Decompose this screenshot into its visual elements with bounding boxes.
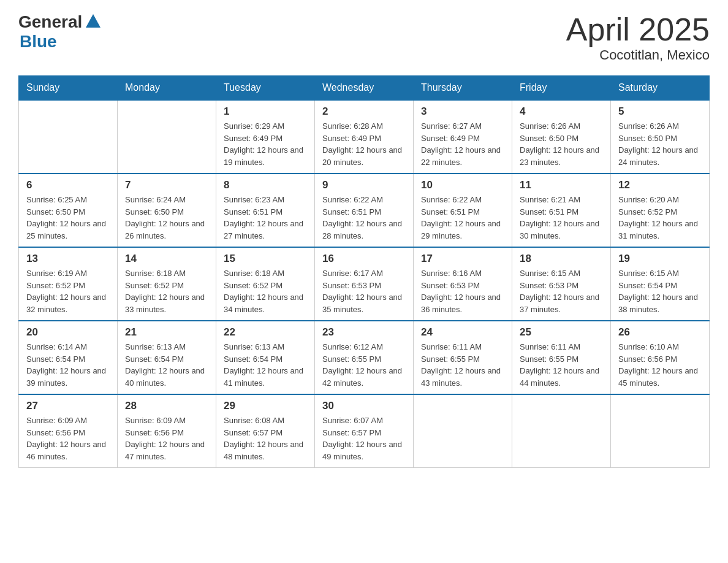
calendar-day-cell bbox=[414, 394, 512, 468]
day-number: 16 bbox=[322, 253, 406, 265]
calendar-week-row: 20Sunrise: 6:14 AMSunset: 6:54 PMDayligh… bbox=[19, 321, 710, 394]
calendar-day-cell: 6Sunrise: 6:25 AMSunset: 6:50 PMDaylight… bbox=[19, 174, 118, 247]
calendar-day-cell: 4Sunrise: 6:26 AMSunset: 6:50 PMDaylight… bbox=[512, 100, 611, 174]
day-sun-info: Sunrise: 6:15 AMSunset: 6:54 PMDaylight:… bbox=[618, 267, 702, 315]
day-number: 21 bbox=[125, 326, 208, 339]
day-number: 28 bbox=[125, 400, 208, 412]
title-area: April 2025 Cocotitlan, Mexico bbox=[566, 12, 710, 63]
day-number: 20 bbox=[26, 326, 110, 339]
day-number: 6 bbox=[26, 179, 110, 191]
day-sun-info: Sunrise: 6:26 AMSunset: 6:50 PMDaylight:… bbox=[520, 120, 603, 168]
day-number: 11 bbox=[520, 179, 603, 191]
day-number: 10 bbox=[421, 179, 504, 191]
day-sun-info: Sunrise: 6:27 AMSunset: 6:49 PMDaylight:… bbox=[421, 120, 504, 168]
calendar-day-cell: 2Sunrise: 6:28 AMSunset: 6:49 PMDaylight… bbox=[315, 100, 414, 174]
day-sun-info: Sunrise: 6:22 AMSunset: 6:51 PMDaylight:… bbox=[322, 194, 406, 242]
calendar-week-row: 6Sunrise: 6:25 AMSunset: 6:50 PMDaylight… bbox=[19, 174, 710, 247]
day-number: 8 bbox=[224, 179, 307, 191]
calendar-week-row: 1Sunrise: 6:29 AMSunset: 6:49 PMDaylight… bbox=[19, 100, 710, 174]
svg-marker-0 bbox=[86, 14, 100, 28]
day-number: 24 bbox=[421, 326, 504, 339]
day-sun-info: Sunrise: 6:20 AMSunset: 6:52 PMDaylight:… bbox=[618, 194, 702, 242]
day-sun-info: Sunrise: 6:11 AMSunset: 6:55 PMDaylight:… bbox=[421, 341, 504, 389]
calendar-day-cell bbox=[19, 100, 118, 174]
calendar-day-cell: 8Sunrise: 6:23 AMSunset: 6:51 PMDaylight… bbox=[216, 174, 315, 247]
day-sun-info: Sunrise: 6:13 AMSunset: 6:54 PMDaylight:… bbox=[224, 341, 307, 389]
calendar-day-cell: 12Sunrise: 6:20 AMSunset: 6:52 PMDayligh… bbox=[611, 174, 710, 247]
day-sun-info: Sunrise: 6:07 AMSunset: 6:57 PMDaylight:… bbox=[322, 415, 406, 462]
day-sun-info: Sunrise: 6:09 AMSunset: 6:56 PMDaylight:… bbox=[125, 415, 208, 462]
calendar-day-cell: 9Sunrise: 6:22 AMSunset: 6:51 PMDaylight… bbox=[315, 174, 414, 247]
calendar-day-cell: 15Sunrise: 6:18 AMSunset: 6:52 PMDayligh… bbox=[216, 247, 315, 321]
logo-blue-text: Blue bbox=[20, 32, 57, 52]
day-sun-info: Sunrise: 6:18 AMSunset: 6:52 PMDaylight:… bbox=[224, 267, 307, 315]
day-sun-info: Sunrise: 6:28 AMSunset: 6:49 PMDaylight:… bbox=[322, 120, 406, 168]
day-number: 23 bbox=[322, 326, 406, 339]
calendar-day-cell bbox=[118, 100, 216, 174]
day-sun-info: Sunrise: 6:17 AMSunset: 6:53 PMDaylight:… bbox=[322, 267, 406, 315]
day-number: 13 bbox=[26, 253, 110, 265]
day-sun-info: Sunrise: 6:15 AMSunset: 6:53 PMDaylight:… bbox=[520, 267, 603, 315]
day-number: 26 bbox=[618, 326, 702, 339]
calendar-day-cell: 29Sunrise: 6:08 AMSunset: 6:57 PMDayligh… bbox=[216, 394, 315, 468]
day-number: 2 bbox=[322, 105, 406, 118]
calendar-day-cell bbox=[611, 394, 710, 468]
calendar-week-row: 27Sunrise: 6:09 AMSunset: 6:56 PMDayligh… bbox=[19, 394, 710, 468]
calendar-day-cell: 17Sunrise: 6:16 AMSunset: 6:53 PMDayligh… bbox=[414, 247, 512, 321]
calendar-day-header: Monday bbox=[118, 76, 216, 101]
day-number: 30 bbox=[322, 400, 406, 412]
calendar-day-cell: 10Sunrise: 6:22 AMSunset: 6:51 PMDayligh… bbox=[414, 174, 512, 247]
day-number: 27 bbox=[26, 400, 110, 412]
day-sun-info: Sunrise: 6:19 AMSunset: 6:52 PMDaylight:… bbox=[26, 267, 110, 315]
day-sun-info: Sunrise: 6:29 AMSunset: 6:49 PMDaylight:… bbox=[224, 120, 307, 168]
calendar-day-cell: 18Sunrise: 6:15 AMSunset: 6:53 PMDayligh… bbox=[512, 247, 611, 321]
calendar-day-cell: 7Sunrise: 6:24 AMSunset: 6:50 PMDaylight… bbox=[118, 174, 216, 247]
day-sun-info: Sunrise: 6:09 AMSunset: 6:56 PMDaylight:… bbox=[26, 415, 110, 462]
calendar-day-cell bbox=[512, 394, 611, 468]
calendar-day-cell: 5Sunrise: 6:26 AMSunset: 6:50 PMDaylight… bbox=[611, 100, 710, 174]
calendar-day-cell: 22Sunrise: 6:13 AMSunset: 6:54 PMDayligh… bbox=[216, 321, 315, 394]
calendar-week-row: 13Sunrise: 6:19 AMSunset: 6:52 PMDayligh… bbox=[19, 247, 710, 321]
day-number: 17 bbox=[421, 253, 504, 265]
day-number: 1 bbox=[224, 105, 307, 118]
day-number: 22 bbox=[224, 326, 307, 339]
calendar-day-cell: 21Sunrise: 6:13 AMSunset: 6:54 PMDayligh… bbox=[118, 321, 216, 394]
calendar-day-header: Wednesday bbox=[315, 76, 414, 101]
calendar-day-header: Sunday bbox=[19, 76, 118, 101]
logo-triangle-icon bbox=[85, 13, 102, 29]
calendar-day-cell: 30Sunrise: 6:07 AMSunset: 6:57 PMDayligh… bbox=[315, 394, 414, 468]
calendar-day-cell: 1Sunrise: 6:29 AMSunset: 6:49 PMDaylight… bbox=[216, 100, 315, 174]
calendar-day-cell: 14Sunrise: 6:18 AMSunset: 6:52 PMDayligh… bbox=[118, 247, 216, 321]
day-sun-info: Sunrise: 6:16 AMSunset: 6:53 PMDaylight:… bbox=[421, 267, 504, 315]
calendar-day-cell: 28Sunrise: 6:09 AMSunset: 6:56 PMDayligh… bbox=[118, 394, 216, 468]
calendar-day-header: Tuesday bbox=[216, 76, 315, 101]
month-year-title: April 2025 bbox=[566, 12, 710, 47]
day-number: 4 bbox=[520, 105, 603, 118]
calendar-day-cell: 24Sunrise: 6:11 AMSunset: 6:55 PMDayligh… bbox=[414, 321, 512, 394]
day-number: 18 bbox=[520, 253, 603, 265]
day-sun-info: Sunrise: 6:22 AMSunset: 6:51 PMDaylight:… bbox=[421, 194, 504, 242]
calendar-day-cell: 3Sunrise: 6:27 AMSunset: 6:49 PMDaylight… bbox=[414, 100, 512, 174]
day-sun-info: Sunrise: 6:26 AMSunset: 6:50 PMDaylight:… bbox=[618, 120, 702, 168]
day-number: 7 bbox=[125, 179, 208, 191]
day-number: 9 bbox=[322, 179, 406, 191]
day-sun-info: Sunrise: 6:23 AMSunset: 6:51 PMDaylight:… bbox=[224, 194, 307, 242]
day-sun-info: Sunrise: 6:25 AMSunset: 6:50 PMDaylight:… bbox=[26, 194, 110, 242]
calendar-day-cell: 25Sunrise: 6:11 AMSunset: 6:55 PMDayligh… bbox=[512, 321, 611, 394]
day-sun-info: Sunrise: 6:11 AMSunset: 6:55 PMDaylight:… bbox=[520, 341, 603, 389]
calendar-day-cell: 19Sunrise: 6:15 AMSunset: 6:54 PMDayligh… bbox=[611, 247, 710, 321]
day-sun-info: Sunrise: 6:21 AMSunset: 6:51 PMDaylight:… bbox=[520, 194, 603, 242]
day-sun-info: Sunrise: 6:10 AMSunset: 6:56 PMDaylight:… bbox=[618, 341, 702, 389]
calendar-day-header: Thursday bbox=[414, 76, 512, 101]
calendar-day-header: Friday bbox=[512, 76, 611, 101]
calendar-day-cell: 23Sunrise: 6:12 AMSunset: 6:55 PMDayligh… bbox=[315, 321, 414, 394]
calendar-header-row: SundayMondayTuesdayWednesdayThursdayFrid… bbox=[19, 76, 710, 101]
calendar-day-cell: 27Sunrise: 6:09 AMSunset: 6:56 PMDayligh… bbox=[19, 394, 118, 468]
day-number: 29 bbox=[224, 400, 307, 412]
calendar-day-cell: 16Sunrise: 6:17 AMSunset: 6:53 PMDayligh… bbox=[315, 247, 414, 321]
logo-general-text: General bbox=[18, 12, 82, 32]
day-sun-info: Sunrise: 6:14 AMSunset: 6:54 PMDaylight:… bbox=[26, 341, 110, 389]
day-sun-info: Sunrise: 6:08 AMSunset: 6:57 PMDaylight:… bbox=[224, 415, 307, 462]
calendar-day-cell: 26Sunrise: 6:10 AMSunset: 6:56 PMDayligh… bbox=[611, 321, 710, 394]
day-number: 3 bbox=[421, 105, 504, 118]
